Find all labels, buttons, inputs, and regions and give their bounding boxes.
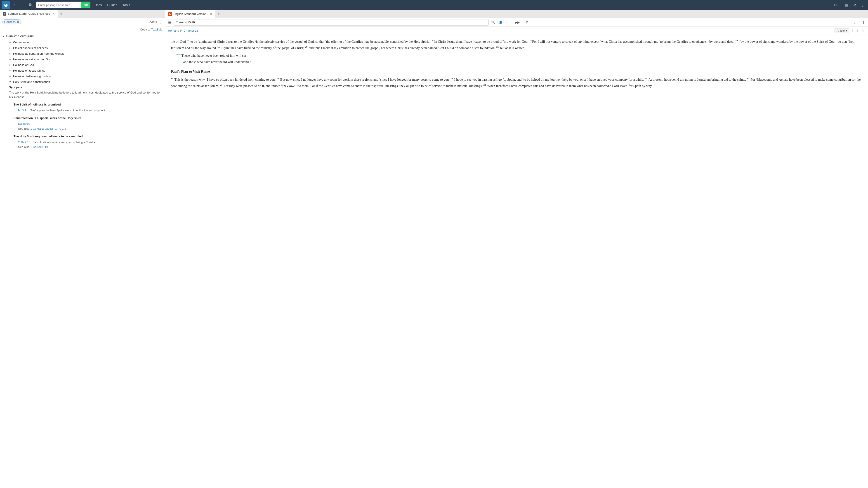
- guides-button[interactable]: Guides: [105, 2, 119, 8]
- notes-button[interactable]: //: [525, 20, 529, 25]
- note-aa[interactable]: aa: [176, 53, 178, 56]
- add-chevron-icon: ▾: [156, 20, 157, 24]
- nav-right: ↻ ▦ ↗ ⋮: [832, 1, 866, 8]
- note-d[interactable]: d: [503, 77, 504, 80]
- note-h[interactable]: h: [281, 84, 283, 86]
- share-button[interactable]: ↗: [851, 1, 858, 8]
- ref-link-2th213[interactable]: 2 Th 2:13: [18, 140, 31, 144]
- note-q[interactable]: q: [255, 39, 256, 42]
- search-icon-button[interactable]: 🔍: [27, 1, 34, 8]
- left-content: Copy to TextEdit ▼ THEMATIC OUTLINES ► C…: [0, 26, 165, 488]
- section-collapse-icon: ▼: [2, 35, 4, 38]
- ref-text: "fire" implies the Holy Spirit's work of…: [30, 109, 106, 112]
- outline-item-holy-spirit[interactable]: ▼ Holy Spirit and sanctification: [4, 79, 165, 85]
- person-button[interactable]: 👤: [498, 20, 504, 25]
- note-u[interactable]: u: [600, 39, 601, 42]
- outline-item-separation[interactable]: ► Holiness as separation from the worldl…: [4, 51, 165, 57]
- outline-item-setapart[interactable]: ► Holiness as set apart for God: [4, 57, 165, 62]
- left-more-button[interactable]: ⋮: [159, 20, 162, 24]
- outline-item-ethical[interactable]: ► Ethical aspects of holiness: [4, 45, 165, 51]
- see-also-links[interactable]: 1 Co 6:11; Ga 5:5; 1 Pe 1:2: [30, 127, 66, 130]
- ref-link-ro1516[interactable]: Ro 15:16: [18, 122, 30, 126]
- add-button[interactable]: Add ▾: [149, 20, 157, 24]
- verse-num-23: 23: [276, 77, 279, 80]
- breadcrumb-chapter15[interactable]: Chapter 15: [184, 29, 198, 32]
- note-v[interactable]: v: [659, 39, 660, 42]
- tab-add-button[interactable]: +: [58, 11, 65, 16]
- outline-item-holiness-jesus[interactable]: ► Holiness of Jesus Christ: [4, 68, 165, 73]
- note-i-2[interactable]: 2: [610, 84, 611, 86]
- subsection-spirit-promised: The Spirit of holiness is promised Mt 3:…: [9, 102, 160, 113]
- note-t[interactable]: t: [503, 39, 504, 42]
- close-panel-button[interactable]: ✕: [861, 28, 865, 33]
- refresh-button[interactable]: ↻: [832, 1, 839, 8]
- item-label: Ethical aspects of holiness: [13, 46, 48, 50]
- textedit-link[interactable]: TextEdit: [151, 28, 162, 31]
- item-arrow-expanded-icon: ▼: [9, 80, 11, 83]
- note-y[interactable]: y: [217, 46, 218, 48]
- holiness-tag: Holiness ✖: [2, 20, 21, 24]
- right-more-button[interactable]: ⋮: [861, 20, 866, 25]
- item-arrow-icon: ►: [9, 41, 11, 43]
- go-button[interactable]: GO: [81, 2, 90, 8]
- item-label: Holiness as separation from the worldly: [13, 52, 64, 55]
- scroll-down-button[interactable]: ⇩: [855, 29, 860, 33]
- menu-button[interactable]: ☰: [167, 20, 172, 25]
- synopsis-label: Synopsis: [9, 86, 160, 89]
- main-area: S Sermon Starter Guide | Holiness ✕ + Ho…: [0, 10, 868, 488]
- ref-link-mt311[interactable]: Mt 3:11: [18, 109, 28, 112]
- logo-button[interactable]: ◕: [2, 1, 10, 9]
- article-dropdown[interactable]: Article ▾: [835, 28, 849, 33]
- note-z[interactable]: z: [438, 46, 439, 48]
- note-g[interactable]: g: [756, 77, 757, 80]
- esv-tab-close[interactable]: ✕: [210, 12, 212, 16]
- chapter-dropdown-button[interactable]: ⌄: [852, 20, 857, 25]
- note-s[interactable]: s: [473, 39, 473, 42]
- outline-item-holiness-god[interactable]: ► Holiness of God: [4, 62, 165, 68]
- note-w[interactable]: w: [739, 39, 741, 42]
- tag-label: Holiness: [4, 20, 16, 24]
- tag-clear-button[interactable]: ✖: [17, 20, 19, 24]
- more-button[interactable]: ⋮: [859, 1, 866, 8]
- thematic-outlines-header[interactable]: ▼ THEMATIC OUTLINES: [0, 33, 165, 39]
- note-p[interactable]: p: [198, 39, 199, 42]
- tools-button[interactable]: Tools: [121, 2, 132, 8]
- verse-num-24: 24: [451, 77, 453, 80]
- note-r[interactable]: r: [325, 39, 326, 42]
- search-area: GO: [36, 2, 90, 8]
- passage-ref-input[interactable]: [174, 19, 489, 26]
- right-tab-add-button[interactable]: +: [215, 11, 222, 16]
- scroll-up-button[interactable]: ⇧: [850, 29, 855, 33]
- note-cc[interactable]: q: [180, 53, 182, 56]
- note-b[interactable]: b: [206, 77, 207, 80]
- layout-button[interactable]: ▦: [843, 1, 850, 8]
- tab-sermon[interactable]: S Sermon Starter Guide | Holiness ✕: [0, 10, 58, 18]
- note-e[interactable]: e: [522, 77, 523, 80]
- next-chapter-button[interactable]: ›: [847, 20, 850, 25]
- outline-item-believers-growth[interactable]: ► Holiness, believers' growth in: [4, 73, 165, 79]
- home-button[interactable]: ⌂: [11, 1, 18, 8]
- docs-button[interactable]: Docs: [92, 2, 104, 8]
- library-button[interactable]: ☰: [19, 1, 26, 8]
- ref-text: Sanctification is a necessary part of be…: [33, 141, 97, 144]
- note-j[interactable]: j: [628, 84, 629, 86]
- search-input[interactable]: [38, 3, 79, 7]
- outline-item-consecration[interactable]: ► Consecration: [4, 39, 165, 45]
- synopsis-text: The work of the Holy Spirit in enabling …: [9, 90, 160, 99]
- item-label: Holiness of God: [13, 63, 34, 67]
- item-label: Holy Spirit and sanctification: [13, 80, 50, 84]
- search-passage-button[interactable]: 🔍: [490, 20, 496, 25]
- note-f[interactable]: f: [677, 77, 678, 80]
- see-also-2: See also 1 Co 6:18–19: [9, 144, 160, 149]
- breadcrumb-romans[interactable]: Romans: [168, 29, 179, 32]
- crossref-button[interactable]: ⇄: [505, 20, 510, 25]
- note-c[interactable]: c: [379, 77, 380, 80]
- note-bb[interactable]: sd: [178, 53, 180, 56]
- see-also-links-2[interactable]: 1 Co 6:18–19: [30, 145, 48, 149]
- sermon-tab-icon: S: [3, 12, 6, 15]
- tab-esv[interactable]: E English Standard Version ✕: [165, 10, 215, 18]
- prev-chapter-button[interactable]: ‹: [843, 20, 846, 25]
- parallel-button[interactable]: ▶▶: [514, 20, 521, 25]
- note-x[interactable]: x: [848, 39, 848, 42]
- tab-sermon-close[interactable]: ✕: [52, 12, 55, 15]
